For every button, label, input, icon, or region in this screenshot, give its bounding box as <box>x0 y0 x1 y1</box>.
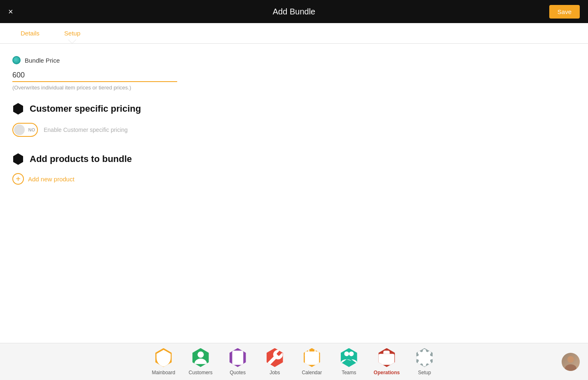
setup-label: Setup <box>418 370 431 375</box>
svg-point-11 <box>349 351 354 356</box>
nav-item-operations[interactable]: Operations <box>374 348 400 375</box>
close-button[interactable]: × <box>8 7 13 16</box>
customer-pricing-header: Customer specific pricing <box>12 103 576 115</box>
bundle-price-hint: (Overwrites individual item prices or ti… <box>12 84 576 91</box>
bundle-price-dot <box>12 56 21 64</box>
customer-pricing-toggle-row: NO Enable Customer specific pricing <box>12 123 576 137</box>
nav-items-container: Mainboard Customers Quotes Jobs <box>151 348 437 375</box>
add-product-row[interactable]: + Add new product <box>12 173 576 185</box>
svg-point-17 <box>565 364 576 371</box>
page-title: Add Bundle <box>273 7 315 16</box>
calendar-label: Calendar <box>302 370 322 375</box>
customer-pricing-icon <box>12 103 24 115</box>
save-button[interactable]: Save <box>549 5 580 19</box>
svg-point-16 <box>567 356 574 363</box>
calendar-icon <box>302 348 321 367</box>
toggle-label: NO <box>28 127 35 132</box>
add-products-title: Add products to bundle <box>30 154 132 164</box>
add-products-icon <box>12 153 24 165</box>
setup-icon <box>415 348 434 367</box>
quotes-icon <box>228 348 247 367</box>
jobs-icon <box>265 348 284 367</box>
header: × Add Bundle Save <box>0 0 588 23</box>
nav-item-teams[interactable]: Teams <box>337 348 361 375</box>
customer-pricing-toggle[interactable]: NO <box>12 123 38 137</box>
operations-label: Operations <box>374 370 400 375</box>
bundle-price-section: Bundle Price (Overwrites individual item… <box>12 56 576 91</box>
svg-rect-9 <box>308 358 310 361</box>
nav-item-mainboard[interactable]: Mainboard <box>151 348 176 375</box>
add-products-header: Add products to bundle <box>12 153 576 165</box>
jobs-label: Jobs <box>269 370 280 375</box>
quotes-label: Quotes <box>230 370 246 375</box>
bundle-price-label: Bundle Price <box>25 57 60 64</box>
mainboard-label: Mainboard <box>152 370 175 375</box>
customers-label: Customers <box>189 370 213 375</box>
tab-setup[interactable]: Setup <box>52 23 93 43</box>
teams-label: Teams <box>342 370 356 375</box>
nav-item-jobs[interactable]: Jobs <box>262 348 287 375</box>
add-product-label: Add new product <box>28 176 75 183</box>
nav-item-calendar[interactable]: Calendar <box>300 348 324 375</box>
bottom-nav: Mainboard Customers Quotes Jobs <box>0 343 588 380</box>
tab-details[interactable]: Details <box>8 23 52 43</box>
svg-point-10 <box>344 351 349 356</box>
tabs-bar: Details Setup <box>0 23 588 44</box>
operations-icon <box>377 348 396 367</box>
avatar[interactable] <box>562 353 580 371</box>
teams-icon <box>340 348 358 367</box>
nav-item-customers[interactable]: Customers <box>188 348 213 375</box>
svg-point-0 <box>197 351 204 357</box>
avatar-image <box>562 353 580 371</box>
nav-item-setup[interactable]: Setup <box>412 348 437 375</box>
toggle-description: Enable Customer specific pricing <box>44 127 128 133</box>
toggle-thumb <box>14 124 25 135</box>
customers-icon <box>191 348 210 367</box>
mainboard-icon <box>154 348 173 367</box>
bundle-price-input[interactable] <box>12 69 177 82</box>
nav-item-quotes[interactable]: Quotes <box>225 348 250 375</box>
main-content: Bundle Price (Overwrites individual item… <box>0 44 588 343</box>
customer-pricing-title: Customer specific pricing <box>30 103 141 114</box>
svg-rect-5 <box>305 351 319 365</box>
bundle-price-header: Bundle Price <box>12 56 576 64</box>
add-product-circle-icon: + <box>12 173 24 185</box>
